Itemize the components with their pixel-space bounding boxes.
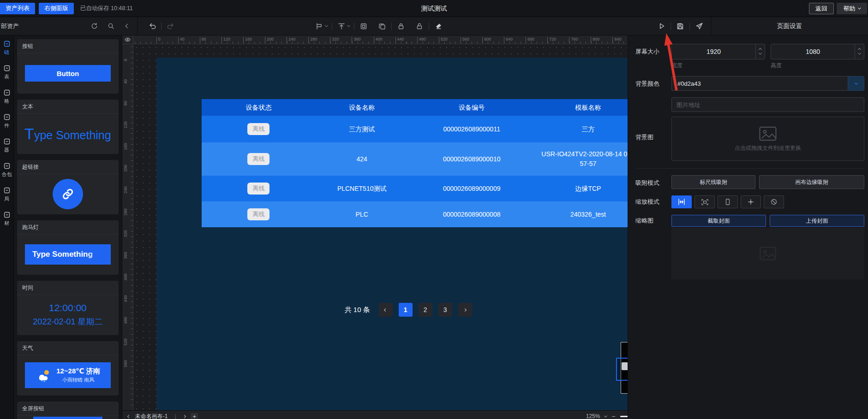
eraser-icon[interactable] [433, 21, 443, 31]
zoom-mode-portrait-button[interactable] [718, 195, 738, 208]
image-url-input[interactable] [671, 97, 864, 112]
zoom-out-button[interactable]: − [611, 413, 615, 419]
weather-preview[interactable]: 12~28℃ 济南 小雨转晴 南风 [25, 362, 111, 388]
ruler-mark: 800 [591, 37, 599, 43]
group-icon[interactable] [359, 21, 369, 31]
pagination-total: 共 10 条 [345, 306, 370, 314]
back-button[interactable]: 返回 [809, 3, 834, 14]
category-item-0[interactable]: 础 [3, 40, 11, 55]
category-item-2[interactable]: 格 [3, 89, 11, 104]
device-id-cell: 0000026089000011 [408, 123, 535, 136]
page-button-1[interactable]: 1 [399, 303, 413, 317]
component-card-marquee[interactable]: 跑马灯 Type Something [17, 220, 119, 275]
bg-color-dropdown[interactable] [848, 76, 864, 91]
chevron-down-icon[interactable] [325, 24, 328, 27]
page-button-3[interactable]: 3 [438, 303, 452, 317]
text-preview[interactable]: Type Something [22, 125, 111, 143]
upload-cover-button[interactable]: 上传封面 [770, 215, 864, 227]
component-card-hyperlink[interactable]: 超链接 [17, 160, 119, 214]
height-input[interactable] [771, 44, 855, 59]
category-icon [3, 187, 11, 194]
ruler-mark: 440 [123, 292, 128, 306]
width-field[interactable] [671, 44, 765, 59]
component-card-text[interactable]: 文本 Type Something [17, 100, 119, 154]
page-button-2[interactable]: 2 [419, 303, 432, 317]
align-left-icon[interactable] [314, 21, 324, 31]
ruler-mark: 40 [178, 37, 185, 43]
table-row[interactable]: 离线三方测试0000026089000011三方 [202, 116, 628, 142]
preview-play-button[interactable] [656, 21, 666, 31]
category-item-1[interactable]: 表 [3, 65, 11, 79]
next-tab-icon[interactable] [183, 415, 186, 418]
category-item-7[interactable]: 材 [3, 211, 11, 226]
fullscreen-preview[interactable] [33, 417, 102, 419]
device-table[interactable]: 设备状态设备名称设备编号模板名称 离线三方测试0000026089000011三… [202, 99, 628, 227]
prev-page-button[interactable] [379, 303, 393, 317]
right-panel-button[interactable]: 右侧面版 [39, 3, 74, 14]
marquee-preview[interactable]: Type Something [25, 244, 111, 265]
component-card-fullscreen[interactable]: 全屏按钮 [17, 401, 119, 419]
zoom-mode-fit-width-button[interactable] [671, 195, 692, 208]
device-id-cell: 0000026089000010 [408, 153, 535, 166]
zoom-mode-none-button[interactable] [764, 195, 784, 208]
category-item-4[interactable]: 器 [3, 138, 11, 153]
component-card-button[interactable]: 按钮 Button [17, 39, 119, 94]
table-row[interactable]: 离线4240000026089000010USR-IO424TV2-2020-0… [202, 142, 628, 176]
hyperlink-preview[interactable] [53, 179, 83, 209]
unlock-icon[interactable] [414, 21, 425, 31]
device-status-cell: 离线 [202, 151, 316, 167]
category-label: 局 [4, 196, 9, 201]
zoom-mode-free-button[interactable] [741, 195, 761, 208]
collapse-panel-icon[interactable] [122, 21, 132, 31]
add-canvas-button[interactable]: + [191, 413, 198, 419]
table-row[interactable]: 离线PLCNET510测试0000026089000009边缘TCP [202, 176, 628, 201]
zoom-slider[interactable] [620, 416, 628, 417]
next-page-button[interactable] [458, 303, 472, 317]
undo-icon[interactable] [147, 21, 157, 31]
chevron-down-icon[interactable] [347, 24, 350, 27]
width-input[interactable] [672, 44, 755, 59]
search-icon[interactable] [106, 21, 116, 31]
ruler-corner[interactable] [122, 35, 133, 44]
lock-icon[interactable] [396, 21, 406, 31]
ruler-mark: 640 [504, 37, 513, 43]
component-card-time[interactable]: 时间 12:00:00 2022-02-01 星期二 [17, 281, 119, 335]
copy-icon[interactable] [377, 21, 387, 31]
autosave-status: 已自动保存 10:48:11 [80, 5, 133, 12]
save-icon[interactable] [675, 21, 685, 31]
category-item-6[interactable]: 局 [3, 187, 11, 201]
category-label: 件 [4, 123, 9, 128]
button-preview[interactable]: Button [25, 65, 111, 82]
bg-color-input[interactable] [671, 76, 848, 91]
width-stepper[interactable] [755, 44, 765, 59]
zoom-level[interactable]: 125% [586, 413, 600, 419]
tab-menu-icon[interactable]: ⋮ [173, 413, 178, 419]
canvas-tab[interactable]: 未命名画布-1 [135, 413, 168, 419]
ruler-mark: 0 [156, 37, 161, 43]
snap-canvas-edge-button[interactable]: 画布边缘吸附 [759, 175, 864, 189]
redo-icon[interactable] [166, 21, 176, 31]
height-field[interactable] [771, 44, 864, 59]
component-card-weather[interactable]: 天气 12~28℃ 济南 小雨转晴 南风 [17, 341, 119, 395]
design-canvas[interactable]: 设备状态设备名称设备编号模板名称 离线三方测试0000026089000011三… [156, 58, 628, 410]
refresh-icon[interactable] [89, 21, 99, 31]
time-preview[interactable]: 12:00:00 2022-02-01 星期二 [33, 302, 102, 327]
category-item-3[interactable]: 件 [3, 113, 11, 128]
height-stepper[interactable] [855, 44, 864, 59]
zoom-dropdown-icon[interactable] [604, 414, 607, 417]
align-top-icon[interactable] [336, 21, 347, 31]
help-button[interactable]: 帮助 [837, 3, 867, 14]
workspace[interactable]: 0408012016020024028032036040044048052056… [122, 35, 628, 419]
zoom-mode-fit-screen-button[interactable] [694, 195, 715, 208]
component-list[interactable]: 按钮 Button 文本 Type Something 超链接 [14, 35, 122, 419]
category-item-5[interactable]: 合包 [2, 162, 12, 177]
asset-list-button[interactable]: 资产列表 [0, 3, 35, 14]
bg-image-dropzone[interactable]: 点击或拖拽文件到这里更换 [671, 117, 864, 161]
publish-send-icon[interactable] [694, 21, 704, 31]
snap-ruler-button[interactable]: 标尺线吸附 [671, 175, 755, 189]
table-row[interactable]: 离线PLC0000026089000008240326_test [202, 201, 628, 227]
prev-tab-icon[interactable] [127, 415, 131, 418]
component-title: 文本 [17, 100, 119, 114]
capture-cover-button[interactable]: 截取封面 [671, 215, 766, 227]
thumbnail-label: 缩略图 [635, 215, 671, 227]
